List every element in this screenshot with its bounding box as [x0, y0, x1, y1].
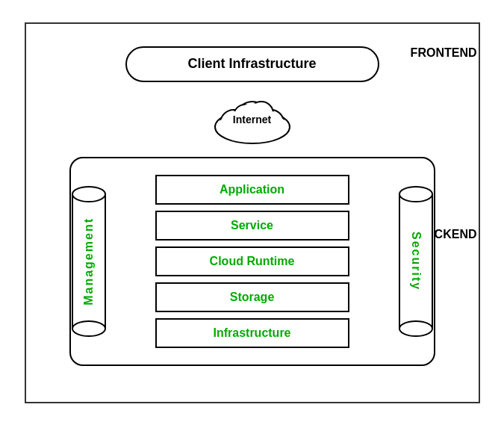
- svg-point-14: [72, 321, 105, 336]
- layer-infrastructure: Infrastructure: [155, 318, 349, 348]
- svg-point-16: [399, 187, 432, 202]
- internet-cloud: Internet: [208, 90, 297, 149]
- layer-storage: Storage: [155, 282, 349, 312]
- security-cylinder: Security: [396, 179, 435, 344]
- svg-point-17: [399, 321, 432, 336]
- layer-cloud-runtime: Cloud Runtime: [155, 246, 349, 276]
- outer-container: FRONTEND BACKEND Client Infrastructure I…: [25, 22, 480, 403]
- layer-application: Application: [155, 175, 349, 205]
- frontend-label: FRONTEND: [411, 46, 480, 60]
- management-label: Management: [82, 217, 96, 305]
- security-label: Security: [409, 232, 423, 291]
- client-infrastructure-pill: Client Infrastructure: [125, 46, 379, 82]
- management-cylinder: Management: [69, 179, 108, 344]
- internet-label: Internet: [233, 114, 271, 125]
- backend-box: Management Application Service Cloud Run…: [69, 157, 435, 366]
- svg-point-13: [72, 187, 105, 202]
- layer-service: Service: [155, 211, 349, 241]
- layers-stack: Application Service Cloud Runtime Storag…: [125, 175, 379, 348]
